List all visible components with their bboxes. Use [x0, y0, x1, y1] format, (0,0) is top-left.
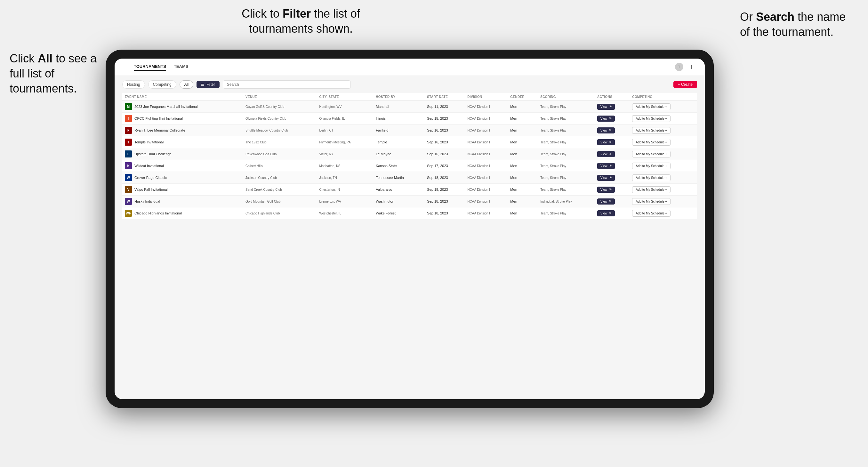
tab-hosting[interactable]: Hosting	[122, 80, 145, 89]
cell-actions-1: View 👁	[595, 113, 629, 125]
cell-date-1: Sep 15, 2023	[425, 113, 465, 125]
eye-icon-1: 👁	[609, 117, 612, 120]
eye-icon-6: 👁	[609, 176, 612, 179]
cell-venue-8: Gold Mountain Golf Club	[243, 195, 316, 208]
cell-division-1: NCAA Division I	[465, 113, 507, 125]
cell-competing-6: Add to My Schedule +	[629, 172, 697, 184]
team-logo-4: L	[125, 150, 132, 157]
tournaments-table: EVENT NAME VENUE CITY, STATE HOSTED BY S…	[122, 93, 697, 219]
cell-hosted-3: Temple	[373, 136, 425, 148]
view-button-5[interactable]: View 👁	[597, 163, 615, 169]
nav-left: TOURNAMENTS TEAMS	[124, 63, 188, 71]
cell-scoring-5: Team, Stroke Play	[538, 160, 595, 172]
tab-competing[interactable]: Competing	[148, 80, 176, 89]
tab-all[interactable]: All	[180, 80, 193, 89]
view-button-3[interactable]: View 👁	[597, 139, 615, 145]
create-button[interactable]: + Create	[673, 81, 697, 88]
view-button-2[interactable]: View 👁	[597, 127, 615, 133]
add-schedule-button-7[interactable]: Add to My Schedule +	[632, 186, 671, 193]
cell-hosted-7: Valparaiso	[373, 184, 425, 195]
col-hosted-by: HOSTED BY	[373, 93, 425, 101]
cell-scoring-0: Team, Stroke Play	[538, 101, 595, 113]
cell-hosted-0: Marshall	[373, 101, 425, 113]
event-name-5: Wildcat Invitational	[134, 164, 164, 168]
cell-hosted-8: Washington	[373, 195, 425, 208]
view-button-0[interactable]: View 👁	[597, 104, 615, 110]
cell-competing-9: Add to My Schedule +	[629, 208, 697, 219]
cell-gender-8: Men	[507, 195, 538, 208]
cell-date-5: Sep 17, 2023	[425, 160, 465, 172]
annotation-top-center: Click to Filter the list oftournaments s…	[224, 6, 378, 36]
col-scoring: SCORING	[538, 93, 595, 101]
cell-competing-8: Add to My Schedule +	[629, 195, 697, 208]
table-row: M 2023 Joe Feaganes Marshall Invitationa…	[122, 101, 697, 113]
cell-actions-6: View 👁	[595, 172, 629, 184]
add-schedule-button-2[interactable]: Add to My Schedule +	[632, 127, 671, 134]
cell-event-name-5: K Wildcat Invitational	[122, 160, 243, 172]
cell-gender-4: Men	[507, 148, 538, 160]
nav-separator: |	[691, 65, 692, 69]
add-schedule-button-1[interactable]: Add to My Schedule +	[632, 115, 671, 122]
table-row: F Ryan T. Lee Memorial Collegiate Shuttl…	[122, 125, 697, 136]
col-event-name: EVENT NAME	[122, 93, 243, 101]
cell-event-name-9: WF Chicago Highlands Invitational	[122, 208, 243, 219]
cell-division-5: NCAA Division I	[465, 160, 507, 172]
nav-link-tournaments[interactable]: TOURNAMENTS	[134, 63, 166, 71]
cell-venue-1: Olympia Fields Country Club	[243, 113, 316, 125]
view-button-9[interactable]: View 👁	[597, 210, 615, 216]
add-schedule-button-9[interactable]: Add to My Schedule +	[632, 210, 671, 217]
cell-city-0: Huntington, WV	[316, 101, 373, 113]
search-input[interactable]	[223, 80, 351, 89]
cell-actions-7: View 👁	[595, 184, 629, 195]
cell-city-9: Westchester, IL	[316, 208, 373, 219]
cell-event-name-4: L Upstate Dual Challenge	[122, 148, 243, 160]
filter-button[interactable]: ☰ Filter	[196, 81, 220, 88]
team-logo-1: I	[125, 115, 132, 122]
cell-hosted-1: Illinois	[373, 113, 425, 125]
cell-hosted-2: Fairfield	[373, 125, 425, 136]
eye-icon-4: 👁	[609, 152, 612, 156]
view-button-1[interactable]: View 👁	[597, 116, 615, 122]
team-logo-7: V	[125, 186, 132, 193]
cell-scoring-2: Team, Stroke Play	[538, 125, 595, 136]
cell-date-7: Sep 18, 2023	[425, 184, 465, 195]
user-avatar: T	[675, 63, 683, 71]
cell-city-7: Chesterton, IN	[316, 184, 373, 195]
view-button-6[interactable]: View 👁	[597, 175, 615, 181]
cell-division-3: NCAA Division I	[465, 136, 507, 148]
view-button-7[interactable]: View 👁	[597, 187, 615, 193]
table-row: WF Chicago Highlands Invitational Chicag…	[122, 208, 697, 219]
cell-event-name-6: W Grover Page Classic	[122, 172, 243, 184]
cell-division-6: NCAA Division I	[465, 172, 507, 184]
top-nav: TOURNAMENTS TEAMS T |	[115, 59, 705, 75]
nav-link-teams[interactable]: TEAMS	[174, 63, 188, 71]
cell-event-name-0: M 2023 Joe Feaganes Marshall Invitationa…	[122, 101, 243, 113]
cell-event-name-1: I OFCC Fighting Illini Invitational	[122, 113, 243, 125]
add-schedule-button-6[interactable]: Add to My Schedule +	[632, 175, 671, 181]
cell-competing-7: Add to My Schedule +	[629, 184, 697, 195]
cell-scoring-9: Team, Stroke Play	[538, 208, 595, 219]
col-actions: ACTIONS	[595, 93, 629, 101]
event-name-1: OFCC Fighting Illini Invitational	[134, 117, 183, 120]
view-button-4[interactable]: View 👁	[597, 151, 615, 157]
team-logo-3: T	[125, 138, 132, 146]
annotation-top-left: Click All to see a full list of tourname…	[9, 51, 99, 96]
add-schedule-button-4[interactable]: Add to My Schedule +	[632, 151, 671, 157]
eye-icon-8: 👁	[609, 200, 612, 203]
table-row: T Temple Invitational The 1912 Club Plym…	[122, 136, 697, 148]
cell-venue-2: Shuttle Meadow Country Club	[243, 125, 316, 136]
add-schedule-button-8[interactable]: Add to My Schedule +	[632, 198, 671, 205]
col-division: DIVISION	[465, 93, 507, 101]
cell-division-2: NCAA Division I	[465, 125, 507, 136]
cell-event-name-7: V Valpo Fall Invitational	[122, 184, 243, 195]
add-schedule-button-0[interactable]: Add to My Schedule +	[632, 103, 671, 110]
table-row: I OFCC Fighting Illini Invitational Olym…	[122, 113, 697, 125]
event-name-9: Chicago Highlands Invitational	[134, 211, 182, 215]
cell-competing-3: Add to My Schedule +	[629, 136, 697, 148]
add-schedule-button-5[interactable]: Add to My Schedule +	[632, 163, 671, 169]
view-button-8[interactable]: View 👁	[597, 198, 615, 205]
cell-division-8: NCAA Division I	[465, 195, 507, 208]
add-schedule-button-3[interactable]: Add to My Schedule +	[632, 139, 671, 146]
eye-icon-7: 👁	[609, 188, 612, 191]
cell-division-4: NCAA Division I	[465, 148, 507, 160]
